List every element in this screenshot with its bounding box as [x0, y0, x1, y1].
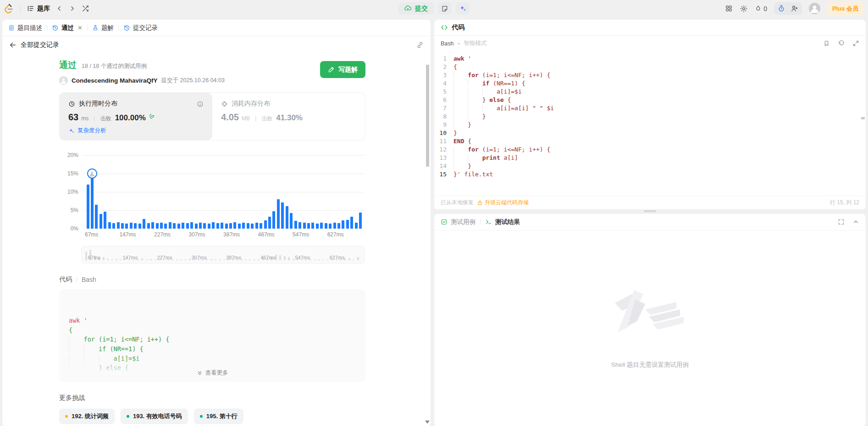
histogram-bar[interactable]	[277, 199, 280, 229]
editor-line[interactable]: 2{	[434, 63, 866, 71]
histogram-bar[interactable]	[264, 220, 267, 229]
tab-accepted[interactable]: 通过 ✕	[52, 24, 83, 32]
histogram-bar[interactable]	[311, 223, 314, 229]
histogram-bar[interactable]	[208, 224, 210, 229]
submitter-name[interactable]: Condescending MahaviraQfY	[72, 77, 158, 84]
editor-line[interactable]: 7 a[i]=a[i] " " $i	[434, 104, 866, 112]
problem-bank-nav[interactable]: 题库	[27, 5, 50, 13]
editor-line[interactable]: 15}' file.txt	[434, 170, 866, 179]
editor-line[interactable]: 6 } else {	[434, 96, 866, 104]
ai-assistant-button[interactable]	[456, 2, 470, 15]
reset-code-icon[interactable]	[838, 40, 845, 47]
submit-button[interactable]: 提交	[398, 2, 434, 15]
histogram-bar[interactable]	[151, 222, 154, 229]
next-problem-icon[interactable]	[69, 5, 76, 12]
histogram-bar[interactable]	[130, 223, 133, 229]
random-problem-icon[interactable]	[82, 5, 89, 12]
histogram-bar[interactable]	[255, 223, 258, 229]
memory-tile[interactable]: 消耗内存分布 4.05 MB | 击败 41.30%	[212, 93, 365, 140]
language-selector[interactable]: Bash	[441, 40, 454, 47]
editor-line[interactable]: 14 }	[434, 162, 866, 170]
scrollbar-thumb[interactable]	[426, 65, 429, 167]
histogram-bar[interactable]	[238, 224, 241, 229]
histogram-bar[interactable]	[95, 205, 98, 229]
histogram-bar[interactable]	[272, 211, 275, 229]
histogram-bar[interactable]	[251, 224, 254, 229]
histogram-bar[interactable]	[112, 223, 115, 229]
settings-gear-icon[interactable]	[740, 5, 748, 13]
histogram-bar[interactable]	[87, 185, 89, 229]
histogram-bar[interactable]	[294, 221, 297, 229]
tab-description[interactable]: 题目描述	[8, 24, 42, 32]
histogram-bar[interactable]	[138, 224, 141, 229]
bookmark-icon[interactable]	[823, 40, 830, 47]
write-solution-button[interactable]: 写题解	[320, 61, 365, 78]
code-editor[interactable]: 1awk '2{3 for (i=1; i<=NF; i++) {4 if (N…	[434, 51, 866, 196]
complexity-analysis-link[interactable]: 复杂度分析	[68, 127, 204, 135]
histogram-bar[interactable]	[134, 223, 137, 229]
editor-line[interactable]: 10}	[434, 129, 866, 137]
histogram-bar[interactable]	[108, 222, 111, 229]
link-icon[interactable]	[416, 41, 424, 49]
avatar[interactable]	[809, 3, 820, 14]
streak-counter[interactable]: 0	[755, 5, 767, 12]
histogram-bar[interactable]	[337, 223, 340, 229]
histogram-bar[interactable]	[233, 222, 236, 229]
collapse-panel-icon[interactable]	[852, 219, 859, 225]
view-more-button[interactable]: 查看更多	[59, 368, 365, 378]
histogram-bar[interactable]	[156, 223, 159, 229]
note-button[interactable]	[438, 2, 452, 15]
upgrade-storage-link[interactable]: 升级云端代码存储	[477, 199, 529, 207]
histogram-bar[interactable]	[325, 223, 327, 229]
histogram-bar[interactable]	[186, 223, 189, 229]
histogram-bar[interactable]	[203, 223, 206, 229]
histogram-bar[interactable]	[333, 223, 336, 229]
histogram-bar[interactable]	[125, 224, 128, 229]
back-arrow-icon[interactable]	[9, 41, 17, 49]
scrollbar-down-arrow[interactable]	[425, 420, 430, 424]
editor-line[interactable]: 5 a[i]=$i	[434, 88, 866, 96]
timer-icon[interactable]	[778, 5, 785, 12]
close-icon[interactable]: ✕	[77, 24, 83, 31]
histogram-bar[interactable]	[242, 223, 245, 229]
histogram-bar[interactable]	[247, 223, 249, 229]
apps-grid-icon[interactable]	[725, 5, 733, 12]
histogram-bar[interactable]	[160, 223, 163, 229]
histogram-bar[interactable]	[359, 213, 362, 229]
editor-line[interactable]: 13 print a[i]	[434, 154, 866, 162]
leetcode-logo[interactable]	[5, 3, 14, 14]
histogram-bar[interactable]	[303, 223, 306, 229]
histogram-bar[interactable]	[286, 206, 288, 229]
histogram-bar[interactable]	[216, 223, 219, 229]
tab-solutions[interactable]: 题解	[92, 24, 114, 32]
editor-line[interactable]: 1awk '	[434, 55, 866, 63]
histogram-bar[interactable]	[268, 217, 271, 229]
histogram-bar[interactable]	[229, 223, 232, 229]
chart-range-minimap[interactable]: 67ms147ms227ms307ms387ms467ms547ms627ms	[81, 246, 365, 263]
histogram-bar[interactable]	[299, 222, 301, 229]
editor-line[interactable]: 8 }	[434, 112, 866, 121]
plus-member-badge[interactable]: Plus 会员	[827, 2, 863, 16]
panel-resize-handle[interactable]	[644, 210, 656, 212]
histogram-bar[interactable]	[221, 223, 223, 229]
editor-line[interactable]: 3 for (i=1; i<=NF; i++) {	[434, 71, 866, 79]
histogram-bar[interactable]	[329, 224, 332, 229]
editor-line[interactable]: 11END {	[434, 137, 866, 146]
challenge-chip[interactable]: 192. 统计词频	[59, 409, 115, 424]
histogram-bar[interactable]	[100, 214, 102, 229]
smart-mode-toggle[interactable]: 智能模式	[464, 39, 487, 47]
histogram-bar[interactable]	[199, 223, 202, 229]
histogram-bar[interactable]	[104, 212, 106, 229]
tab-testcase[interactable]: 测试用例	[441, 218, 475, 226]
histogram-bar[interactable]	[164, 224, 167, 229]
expand-editor-icon[interactable]	[852, 40, 859, 47]
histogram-bar[interactable]	[177, 224, 180, 229]
histogram-bar[interactable]	[316, 224, 319, 229]
histogram-bar[interactable]	[121, 223, 124, 229]
challenge-chip[interactable]: 195. 第十行	[194, 409, 243, 424]
histogram-bar[interactable]	[342, 220, 344, 229]
challenge-chip[interactable]: 193. 有效电话号码	[121, 409, 188, 424]
histogram-bar[interactable]	[169, 222, 171, 229]
tab-testresult[interactable]: 测试结果	[485, 218, 520, 226]
info-icon[interactable]	[197, 101, 204, 107]
